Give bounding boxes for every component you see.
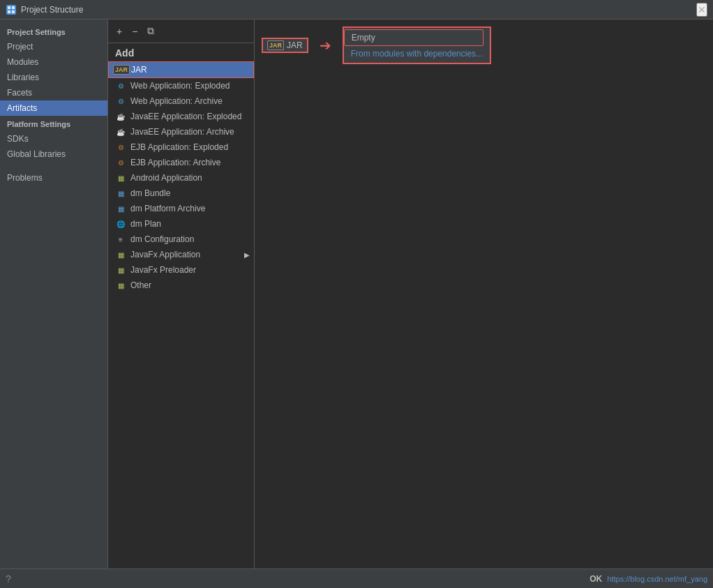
dm-bundle-icon: ▦ [115,188,126,199]
remove-button[interactable]: − [129,24,140,38]
close-button[interactable]: ✕ [696,3,707,17]
dm-platform-icon: ▦ [115,203,126,214]
web-exploded-icon: ⚙ [115,80,126,91]
android-icon: ▦ [115,172,126,183]
svg-rect-4 [12,10,15,13]
add-button[interactable]: + [114,24,125,38]
menu-item-android[interactable]: ▦ Android Application [108,170,254,186]
menu-item-ejb-exploded-label: EJB Application: Exploded [130,142,228,152]
menu-item-javafx-preloader[interactable]: ▦ JavaFx Preloader [108,262,254,278]
sidebar-item-project[interactable]: Project [0,39,107,54]
menu-item-javaee-exploded-label: JavaEE Application: Exploded [130,112,241,121]
project-settings-label: Project Settings [0,24,107,39]
menu-item-javaee-archive[interactable]: ☕ JavaEE Application: Archive [108,124,254,140]
menu-item-dm-plan-label: dm Plan [130,219,161,229]
options-box: Empty From modules with dependencies... [343,27,491,64]
sidebar-item-global-libraries[interactable]: Global Libraries [0,146,107,162]
center-panel: + − ⧉ Add JAR JAR ⚙ Web Application: Exp… [108,20,255,568]
web-archive-icon: ⚙ [115,96,126,107]
jar-highlighted-box: JAR JAR [262,38,308,53]
menu-item-javafx-app[interactable]: ▦ JavaFx Application ▶ [108,247,254,262]
menu-item-javafx-app-label: JavaFx Application [130,250,200,259]
sidebar-item-problems[interactable]: Problems [0,170,107,186]
toolbar: + − ⧉ [108,20,254,43]
window-title: Project Structure [21,5,83,15]
add-label: Add [108,43,254,61]
right-panel: JAR JAR ➔ Empty From modules with depend… [255,20,713,568]
menu-item-ejb-archive-label: EJB Application: Archive [130,158,220,167]
menu-item-dm-platform-label: dm Platform Archive [130,204,205,213]
status-url: https://blog.csdn.net/mf_yang [607,575,707,583]
svg-rect-2 [12,6,15,9]
sidebar: Project Settings Project Modules Librari… [0,20,108,568]
status-link: OK https://blog.csdn.net/mf_yang [590,574,707,584]
sidebar-item-modules[interactable]: Modules [0,54,107,70]
menu-item-dm-config-label: dm Configuration [130,234,194,244]
title-bar: Project Structure ✕ [0,0,713,20]
menu-item-web-exploded[interactable]: ⚙ Web Application: Exploded [108,78,254,93]
menu-item-jar[interactable]: JAR JAR [108,61,254,78]
menu-item-dm-plan[interactable]: 🌐 dm Plan [108,216,254,232]
help-icon[interactable]: ? [6,573,11,585]
menu-item-javaee-exploded[interactable]: ☕ JavaEE Application: Exploded [108,109,254,124]
dm-plan-icon: 🌐 [115,218,126,229]
menu-item-other[interactable]: ▦ Other [108,278,254,293]
javaee-exploded-icon: ☕ [115,111,126,122]
platform-settings-label: Platform Settings [0,116,107,131]
empty-option-button[interactable]: Empty [344,29,483,46]
menu-item-ejb-exploded[interactable]: ⚙ EJB Application: Exploded [108,140,254,155]
sidebar-item-libraries[interactable]: Libraries [0,70,107,85]
javafx-preloader-icon: ▦ [115,264,126,276]
ejb-exploded-icon: ⚙ [115,142,126,153]
menu-item-dm-config[interactable]: ≡ dm Configuration [108,232,254,247]
jar-icon-in-box: JAR [267,40,284,50]
ok-label: OK [590,574,602,584]
main-container: Project Settings Project Modules Librari… [0,20,713,568]
svg-rect-3 [8,10,10,13]
menu-item-dm-bundle-label: dm Bundle [130,188,170,198]
menu-item-web-archive[interactable]: ⚙ Web Application: Archive [108,93,254,109]
dm-config-icon: ≡ [115,234,126,245]
status-bar: ? OK https://blog.csdn.net/mf_yang [0,568,713,588]
red-arrow-icon: ➔ [320,37,331,54]
arrow-row: JAR JAR ➔ Empty From modules with depend… [262,27,706,64]
jar-label-in-box: JAR [287,40,303,50]
menu-item-dm-bundle[interactable]: ▦ dm Bundle [108,186,254,201]
javaee-archive-icon: ☕ [115,126,126,137]
jar-icon: JAR [116,64,127,75]
menu-item-jar-label: JAR [131,65,147,75]
submenu-arrow-icon: ▶ [244,251,250,259]
sidebar-item-sdks[interactable]: SDKs [0,131,107,146]
copy-button[interactable]: ⧉ [144,24,157,38]
svg-rect-1 [8,6,10,9]
menu-item-javaee-archive-label: JavaEE Application: Archive [130,127,234,137]
sidebar-item-artifacts[interactable]: Artifacts [0,100,107,116]
app-icon [6,4,17,15]
other-icon: ▦ [115,280,126,291]
menu-item-ejb-archive[interactable]: ⚙ EJB Application: Archive [108,155,254,170]
menu-item-android-label: Android Application [130,173,202,183]
menu-item-javafx-preloader-label: JavaFx Preloader [130,265,196,275]
javafx-app-icon: ▦ [115,249,126,260]
from-modules-option[interactable]: From modules with dependencies... [344,46,490,61]
ejb-archive-icon: ⚙ [115,157,126,168]
menu-item-web-archive-label: Web Application: Archive [130,96,223,106]
menu-item-dm-platform[interactable]: ▦ dm Platform Archive [108,201,254,216]
sidebar-item-facets[interactable]: Facets [0,85,107,100]
menu-item-other-label: Other [130,280,151,290]
menu-item-web-exploded-label: Web Application: Exploded [130,81,230,91]
